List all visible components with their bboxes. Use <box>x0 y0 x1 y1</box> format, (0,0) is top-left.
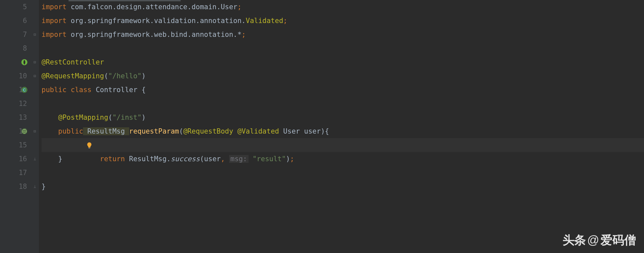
line-number: 16 <box>19 152 27 166</box>
code-line: @PostMapping("/inst") <box>42 111 644 124</box>
fold-toggle-icon[interactable]: ⊟ <box>34 74 38 78</box>
fold-column: ⊟ ⊟ ⊟ ⊟ ⊥ ⊥ <box>33 0 39 253</box>
line-number: 18 <box>19 180 27 193</box>
line-number: 12 <box>19 97 27 111</box>
code-line: import com.falcon.design.attendance.doma… <box>42 0 644 14</box>
code-line <box>42 166 644 180</box>
svg-text:C: C <box>23 88 26 92</box>
fold-toggle-icon[interactable]: ⊟ <box>34 129 38 133</box>
code-line-active: return ResultMsg.success(user, msg: "res… <box>42 138 644 152</box>
line-number: 15 <box>19 138 27 152</box>
intention-bulb-icon[interactable] <box>85 141 94 150</box>
code-line: import org.springframework.validation.an… <box>42 14 644 28</box>
watermark-name: 爱码僧 <box>600 233 636 247</box>
line-number: 8 <box>23 41 27 55</box>
line-number: 7 <box>23 28 27 41</box>
watermark: 头条 @ 爱码僧 <box>563 233 636 247</box>
code-content[interactable]: import com.falcon.design.attendance.doma… <box>39 0 644 253</box>
code-line: public class Controller { <box>42 83 644 97</box>
line-number: 5 <box>23 0 27 14</box>
fold-end-icon[interactable]: ⊥ <box>34 185 38 189</box>
code-line <box>42 41 644 55</box>
svg-rect-5 <box>88 148 90 148</box>
fold-toggle-icon[interactable]: ⊟ <box>34 60 38 64</box>
fold-end-icon[interactable]: ⊥ <box>34 157 38 161</box>
code-line: @RequestMapping("/hello") <box>42 69 644 83</box>
code-line: @RestController <box>42 55 644 69</box>
code-line: import org.springframework.web.bind.anno… <box>42 28 644 41</box>
spring-bean-icon[interactable] <box>20 58 28 66</box>
web-mapping-icon[interactable] <box>20 127 28 135</box>
code-line: } <box>42 180 644 193</box>
line-number: 10 <box>19 69 27 83</box>
watermark-prefix: 头条 <box>563 233 586 247</box>
line-number: 6 <box>23 14 27 28</box>
watermark-at: @ <box>587 233 599 247</box>
class-icon[interactable]: C <box>20 86 28 94</box>
fold-toggle-icon[interactable]: ⊟ <box>34 33 38 37</box>
parameter-hint: msg: <box>229 155 249 163</box>
code-line <box>42 97 644 111</box>
code-line: public ResultMsg requestParam(@RequestBo… <box>42 124 644 138</box>
line-number: 13 <box>19 111 27 124</box>
code-editor[interactable]: 5 6 7 8 9 10 C 11 12 13 14 15 16 17 18 <box>0 0 644 253</box>
line-number: 17 <box>19 166 27 180</box>
line-number-gutter: 5 6 7 8 9 10 C 11 12 13 14 15 16 17 18 <box>0 0 33 253</box>
